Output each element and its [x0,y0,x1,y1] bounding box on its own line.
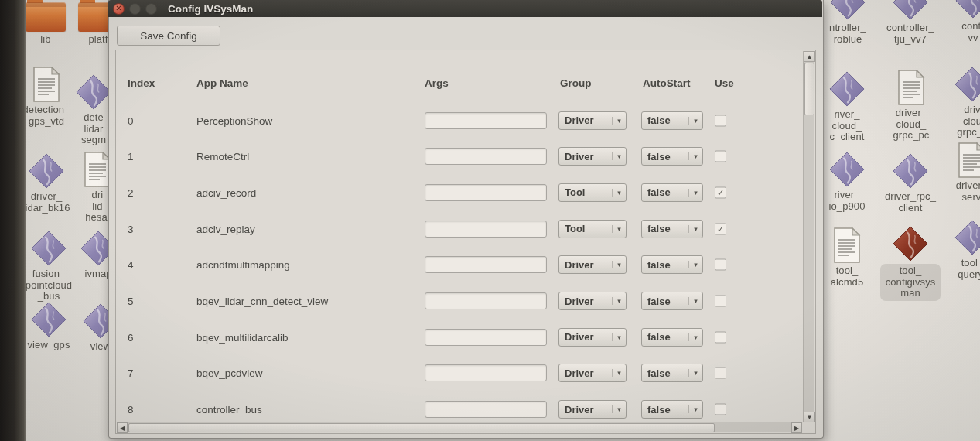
group-dropdown[interactable]: Driver▾ [558,328,627,347]
desktop-icon-driver-cloud-grpc-pc[interactable]: driver_ cloud_ grpc_pc [883,70,939,142]
column-header-app-name: App Name [196,77,248,89]
args-input[interactable] [425,220,547,238]
purple-diamond-app-icon [830,0,866,20]
use-checkbox[interactable] [715,368,726,379]
use-checkbox[interactable] [715,296,726,307]
desktop-icon-driver-rpc-client[interactable]: driver_rpc_ client [879,153,942,214]
horizontal-scrollbar-thumb[interactable] [128,423,715,432]
group-dropdown[interactable]: Driver▾ [558,255,627,274]
group-dropdown[interactable]: Driver▾ [558,147,627,166]
use-checkbox[interactable] [715,151,726,162]
folder-icon [26,2,66,32]
args-input[interactable] [425,256,547,273]
row-index-label: 4 [128,259,134,271]
table-row: 7bqev_pcdviewDriver▾false▾ [116,355,803,391]
purple-diamond-app-icon [893,153,928,189]
desktop-icon-view-gps[interactable]: view_gps [19,302,79,351]
desktop-icon-label: driver_ serv [956,180,980,203]
args-input[interactable] [425,329,547,346]
vertical-scrollbar[interactable]: ▲ ▼ [803,51,814,422]
chevron-down-icon: ▾ [688,117,702,125]
desktop-icon-tool-configivsysman[interactable]: tool_ configivsys man [879,226,942,301]
scroll-up-icon[interactable]: ▲ [804,51,815,62]
use-checkbox[interactable] [715,404,726,415]
monitor-bezel [0,0,26,441]
titlebar[interactable]: ✕ Config IVSysMan [108,0,822,17]
desktop-icon-lib[interactable]: lib [19,2,73,46]
group-dropdown-value: Driver [559,151,612,162]
scroll-left-icon[interactable]: ◀ [117,422,128,433]
args-input[interactable] [425,184,547,201]
chevron-down-icon: ▾ [612,297,626,305]
chevron-down-icon: ▾ [688,261,702,268]
autostart-dropdown[interactable]: false▾ [641,220,703,238]
desktop-icon-fusion-pointcloud-bus[interactable]: fusion_ pointcloud _bus [19,231,79,303]
document-file-icon [896,70,927,105]
group-dropdown-value: Tool [559,223,612,234]
use-checkbox[interactable] [715,115,726,126]
table-row: 1RemoteCtrlDriver▾false▾ [116,138,803,175]
chevron-down-icon: ▾ [688,189,702,197]
desktop-icon-tool-alcmd5[interactable]: tool_ alcmd5 [817,227,877,288]
group-dropdown[interactable]: Driver▾ [558,292,627,310]
desktop-icon-ntroller-roblue[interactable]: ntroller_ roblue [820,0,876,45]
autostart-dropdown[interactable]: false▾ [641,292,703,310]
chevron-down-icon: ▾ [612,117,626,125]
document-file-icon [956,142,980,178]
chevron-down-icon: ▾ [612,225,626,233]
group-dropdown[interactable]: Tool▾ [558,220,627,238]
desktop-icon-detelidarsegm[interactable]: dete lidar segm [74,74,113,146]
group-dropdown[interactable]: Driver▾ [558,400,627,419]
desktop-icon-label: tool_ configivsys man [880,264,941,301]
desktop-icon-label: fusion_ pointcloud _bus [26,268,72,303]
args-input[interactable] [425,112,547,129]
args-input[interactable] [425,364,547,381]
use-checkbox[interactable] [715,259,726,271]
autostart-dropdown[interactable]: false▾ [641,111,703,130]
group-dropdown[interactable]: Tool▾ [558,183,627,202]
desktop-icon-tool-queryr[interactable]: tool_ queryr [948,220,980,280]
use-checkbox[interactable]: ✓ [715,223,726,234]
save-config-button[interactable]: Save Config [117,26,220,46]
use-checkbox[interactable]: ✓ [715,186,726,198]
desktop-icon-river-cloud-c-client[interactable]: river_ cloud_ c_client [817,71,877,143]
minimize-icon[interactable] [129,3,141,15]
autostart-dropdown-value: false [642,151,688,162]
scroll-right-icon[interactable]: ▶ [791,422,802,433]
row-index-label: 8 [128,404,134,415]
autostart-dropdown-value: false [642,259,688,271]
autostart-dropdown[interactable]: false▾ [641,364,703,382]
desktop-icon-label: dete lidar segm [81,112,106,146]
horizontal-scrollbar[interactable]: ◀ ▶ [117,422,802,432]
close-icon[interactable]: ✕ [113,3,125,15]
table-row: 0PerceptionShowDriver▾false▾ [116,102,803,138]
app-name-label: controller_bus [196,404,262,415]
desktop-icon-label: controller_ tju_vv7 [886,22,934,45]
vertical-scrollbar-thumb[interactable] [804,63,814,115]
desktop-icon-controller-tju-vv7[interactable]: controller_ tju_vv7 [880,0,941,45]
autostart-dropdown[interactable]: false▾ [641,183,703,202]
desktop-icon-label: river_ io_p900 [829,190,866,212]
autostart-dropdown[interactable]: false▾ [641,400,703,419]
desktop-icon-river-io-p900[interactable]: river_ io_p900 [817,152,877,212]
autostart-dropdown[interactable]: false▾ [641,328,703,347]
purple-diamond-app-icon [31,231,67,266]
args-input[interactable] [425,292,547,309]
use-checkbox[interactable] [715,331,726,343]
row-index-label: 3 [128,223,134,234]
group-dropdown[interactable]: Driver▾ [558,111,627,130]
args-input[interactable] [425,401,547,418]
maximize-icon[interactable] [145,3,157,15]
desktop-icon-driver-serv[interactable]: driver_ serv [947,142,980,203]
chevron-down-icon: ▾ [612,261,626,268]
group-dropdown[interactable]: Driver▾ [558,364,627,382]
chevron-down-icon: ▾ [612,189,626,197]
desktop-icon-drivclougrpc-s[interactable]: driv clou grpc_s [948,67,980,138]
args-input[interactable] [425,148,547,165]
desktop-icon-label: driver_ lidar_bk16 [23,191,70,214]
scroll-down-icon[interactable]: ▼ [804,412,815,422]
desktop-icon-contrvv[interactable]: contr vv [950,0,980,43]
autostart-dropdown[interactable]: false▾ [641,147,703,166]
desktop-icon-label: driver_rpc_ client [885,191,936,214]
autostart-dropdown[interactable]: false▾ [641,255,703,274]
